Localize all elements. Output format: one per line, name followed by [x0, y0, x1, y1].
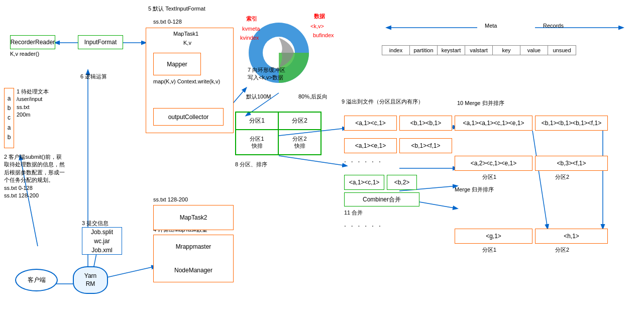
sstxt0128-label: ss.txt 0-128 [153, 18, 182, 26]
step11-label: 11 合并 [344, 209, 363, 217]
spill-row2: <a,1><e,1> <b,1><f,1> [344, 138, 452, 153]
merge-a2c1e1: <a,2><c,1><e,1> [455, 156, 532, 171]
merge-b3f1: <b,3><f,1> [535, 156, 608, 171]
step1-label: 1 待处理文本/user/inputss.txt200m [17, 88, 49, 119]
col-unsued: unsued [548, 46, 576, 55]
p1-sort: 分区1快排 [236, 130, 278, 155]
step3-label: 3 提交信息 [82, 220, 109, 227]
spill-b1f1: <b,1><f,1> [399, 138, 452, 153]
b2-box: <b,2> [387, 175, 417, 190]
mapper-box: Mapper [153, 53, 201, 75]
step7-label: 7 向环形缓冲区写入<k,v>数据 [248, 66, 285, 82]
mapkv-label: map(K,v) Context.write(k,v) [153, 78, 220, 85]
p1-top: 分区1 [236, 112, 278, 130]
records-label: Records [543, 22, 564, 30]
merge-row2: <a,2><c,1><e,1> <b,3><f,1> [455, 156, 608, 171]
yarn-rm-box: YarnRM [73, 266, 108, 294]
maptask2-box: MapTask2 [153, 205, 234, 230]
index-label: 索引 [246, 15, 257, 23]
maptask2-label: MapTask2 [180, 214, 207, 221]
diagram: 5 默认 TextInputFormat ss.txt 0-128 MapTas… [0, 0, 644, 313]
kv-reader-label: K,v reader() [10, 50, 39, 58]
kvmeta-label: kvmeta [242, 25, 260, 33]
spill-b1b1: <b,1><b,1> [399, 116, 452, 131]
sstxt128200-label: ss.txt 128-200 [153, 196, 188, 203]
recorder-reader-label: RecorderReader [11, 39, 55, 46]
input-data-box: abcab [4, 88, 14, 148]
step5-label: 5 默认 TextInputFormat [148, 5, 205, 13]
meta-label: Meta [485, 22, 497, 30]
kv-top-label: K,v [183, 39, 191, 47]
step6-label: 6 逻辑运算 [80, 73, 107, 80]
default-size-label: 默认100M [246, 93, 271, 100]
kvindex-label: kvindex [240, 34, 259, 42]
col-valstart: valstart [465, 46, 493, 55]
col-keystart: keystart [438, 46, 465, 55]
final-h1: <h,1> [535, 229, 608, 244]
p1-final-label: 分区1 [482, 173, 496, 181]
spill-a1e1: <a,1><e,1> [344, 138, 397, 153]
maptask1-label: MapTask1 [173, 30, 198, 38]
header-table: index partition keystart valstart key va… [382, 45, 576, 55]
p2-sort: 分区2快排 [278, 130, 321, 155]
client-label: 客户端 [28, 276, 46, 284]
p2-bottom-label: 分区2 [555, 246, 569, 254]
final-partition-row: <g,1> <h,1> [455, 229, 608, 244]
yarn-rm-label: YarnRM [84, 272, 96, 288]
recorder-reader-box: RecorderReader [10, 35, 55, 49]
input-format-box: InputFormat [78, 35, 123, 49]
input-format-label: InputFormat [84, 39, 117, 46]
client-box: 客户端 [15, 269, 58, 291]
step8-label: 8 分区、排序 [235, 161, 267, 168]
merge-row1: <a,1><a,1><c,1><e,1> <b,1><b,1><b,1><f,1… [455, 116, 608, 131]
data-label: 数据 [314, 13, 325, 20]
partition-grid: 分区1 分区2 分区1快排 分区2快排 [235, 112, 321, 155]
svg-line-3 [100, 266, 156, 279]
final-g1: <g,1> [455, 229, 532, 244]
job-split-box: Job.splitwc.jarJob.xml [82, 227, 122, 255]
col-partition: partition [410, 46, 438, 55]
input-data-content: abcab [8, 94, 11, 142]
spill-ac1: <a,1><c,1> [344, 116, 397, 131]
step10-label: 10 Merge 归并排序 [457, 99, 504, 107]
p1-bottom-label: 分区1 [482, 246, 496, 254]
output-collector-label: outputCollector [168, 114, 209, 121]
mrappmaster-label: Mrappmaster [176, 243, 211, 250]
mrapp-box: Mrappmaster NodeManager [153, 235, 234, 282]
col-index: index [382, 46, 410, 55]
p2-top: 分区2 [278, 112, 321, 130]
bufindex-label: bufindex [313, 32, 334, 39]
dots1: · · · · · · [344, 157, 382, 167]
col-key: key [493, 46, 520, 55]
a1c1-box: <a,1><c,1> [344, 175, 384, 190]
merge-sort2-label: Merge 归并排序 [455, 186, 494, 193]
combiner-row: <a,1><c,1> <b,2> [344, 175, 417, 190]
nodemanager-label: NodeManager [174, 267, 212, 274]
output-collector-box: outputCollector [153, 108, 224, 126]
p2-final-label: 分区2 [555, 173, 569, 181]
merge-a1a1c1e1: <a,1><a,1><c,1><e,1> [455, 116, 532, 131]
col-value: value [520, 46, 548, 55]
combiner-box: Combiner合并 [344, 192, 419, 206]
svg-line-15 [532, 131, 548, 229]
kv-pair-label: <k,v> [310, 23, 324, 30]
job-split-label: Job.splitwc.jarJob.xml [91, 228, 113, 255]
svg-line-10 [279, 156, 347, 166]
merge-b1b1b1f1: <b,1><b,1><b,1><f,1> [535, 116, 608, 131]
mapper-label: Mapper [167, 61, 187, 68]
dots2: · · · · · · [344, 221, 382, 231]
percent-label: 80%,后反向 [298, 93, 328, 100]
step9-label: 9 溢出到文件（分区且区内有序） [342, 98, 423, 106]
spill-row1: <a,1><c,1> <b,1><b,1> [344, 116, 452, 131]
step2-label: 2 客户端submit()前，获取待处理数据的信息，然后根据参数配置，形成一个任… [4, 153, 89, 199]
